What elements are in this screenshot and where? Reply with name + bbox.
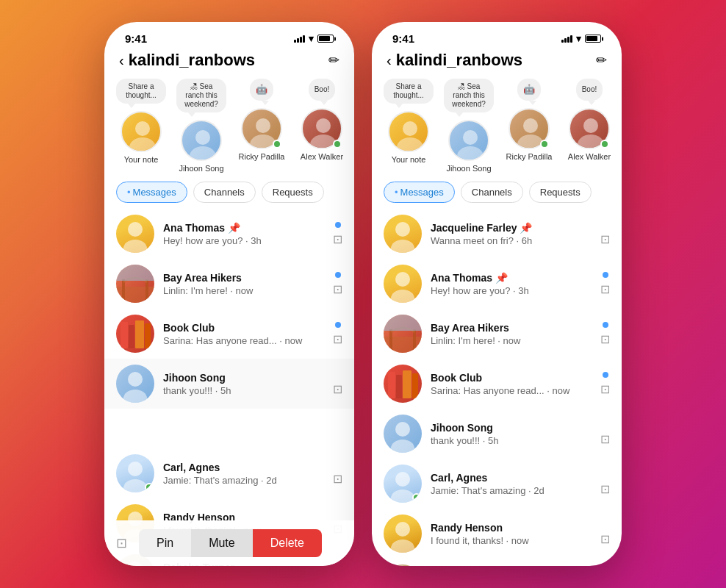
svg-rect-45 [412, 373, 418, 398]
unread-dot-bay-right [603, 322, 608, 328]
svg-rect-43 [396, 375, 402, 398]
msg-right-book-right: ⊡ [600, 372, 610, 396]
pin-button-left[interactable]: Pin [139, 529, 191, 557]
unread-dot-ana-right [603, 272, 608, 278]
msg-item-ana-right[interactable]: Ana Thomas 📌 Hey! how are you? · 3h ⊡ [372, 259, 622, 309]
context-camera-icon[interactable]: ⊡ [116, 535, 127, 551]
msg-name-carl-left: Carl, Agnes [163, 462, 324, 473]
svg-point-46 [395, 422, 410, 437]
tab-messages-left[interactable]: •Messages [116, 182, 187, 203]
msg-item-carl-right[interactable]: Carl, Agnes Jamie: That's amazing · 2d ⊡ [372, 459, 622, 509]
avatar-your-left [121, 111, 162, 152]
msg-item-randy-right[interactable]: Randy Henson I found it, thanks! · now ⊡ [372, 509, 622, 559]
camera-icon-jacqueline-right[interactable]: ⊡ [600, 232, 610, 246]
msg-item-ana-left[interactable]: Ana Thomas 📌 Hey! how are you? · 3h ⊡ [104, 209, 354, 259]
avatar-ana-right [384, 265, 422, 303]
msg-preview-bay-left: Linlin: I'm here! · now [163, 285, 324, 296]
svg-point-49 [391, 490, 414, 503]
msg-item-bay-right[interactable]: Bay Area Hikers Linlin: I'm here! · now … [372, 309, 622, 359]
msg-content-randy-right: Randy Henson I found it, thanks! · now [431, 522, 592, 546]
msg-content-jihoon-right: Jihoon Song thank you!!! · 5h [431, 422, 592, 446]
msg-item-book-right[interactable]: Book Club Sarina: Has anyone read... · n… [372, 359, 622, 409]
note-jihoon-left[interactable]: 🏖 Sea ranch this weekend? Jihoon Song [176, 79, 226, 173]
msg-content-book-left: Book Club Sarina: Has anyone read... · n… [163, 322, 324, 346]
svg-rect-39 [389, 329, 392, 353]
svg-rect-16 [135, 320, 144, 348]
msg-item-jacqueline-right[interactable]: Jacqueline Farley 📌 Wanna meet on fri? ·… [372, 209, 622, 259]
edit-button-left[interactable]: ✏ [328, 52, 339, 68]
msg-name-ana-right: Ana Thomas 📌 [431, 272, 592, 284]
back-button-right[interactable]: ‹ [387, 52, 392, 69]
header-left: ‹ kalindi_ranbows ✏ [104, 48, 354, 76]
camera-icon-jihoon-right[interactable]: ⊡ [600, 432, 610, 446]
camera-icon-book-right[interactable]: ⊡ [600, 382, 610, 396]
note-bubble-ricky-right: 🤖 [517, 79, 541, 101]
tab-messages-right[interactable]: •Messages [384, 182, 455, 203]
note-ricky-right[interactable]: 🤖 Ricky Padilla [504, 79, 554, 173]
delete-button-left[interactable]: Delete [253, 529, 322, 557]
back-button-left[interactable]: ‹ [119, 52, 124, 69]
note-alex-right[interactable]: Boo! Alex Walker [564, 79, 614, 173]
status-time-left: 9:41 [125, 32, 147, 45]
msg-preview-book-right: Sarina: Has anyone read... · now [431, 385, 592, 396]
msg-preview-ana-right: Hey! how are you? · 3h [431, 285, 592, 296]
unread-dot-bay-left [335, 272, 341, 278]
msg-content-ana-left: Ana Thomas 📌 Hey! how are you? · 3h [163, 222, 324, 246]
avatar-carl-left [116, 454, 154, 492]
camera-icon-bay-right[interactable]: ⊡ [600, 332, 610, 346]
msg-preview-book-left: Sarina: Has anyone read... · now [163, 335, 324, 346]
avatar-rebeka-right [384, 564, 422, 566]
msg-item-jihoon-left[interactable]: Jihoon Song thank you!!! · 5h ⊡ [104, 359, 354, 409]
tab-requests-left[interactable]: Requests [262, 182, 324, 203]
tabs-right: •Messages Channels Requests [372, 182, 622, 209]
message-list-left: Ana Thomas 📌 Hey! how are you? · 3h ⊡ Ba… [104, 209, 354, 566]
battery-icon [317, 35, 334, 43]
camera-icon-ana-right[interactable]: ⊡ [600, 282, 610, 296]
camera-icon-carl-left[interactable]: ⊡ [333, 472, 342, 486]
msg-name-jihoon-right: Jihoon Song [431, 422, 592, 434]
svg-point-1 [129, 137, 156, 152]
note-ricky-left[interactable]: 🤖 Ricky Padilla [237, 79, 287, 173]
status-icons-left: ▾ [294, 33, 334, 44]
svg-point-0 [135, 121, 150, 136]
wifi-icon: ▾ [309, 33, 314, 44]
online-dot-alex-left [333, 140, 342, 148]
edit-button-right[interactable]: ✏ [596, 52, 607, 68]
header-right: ‹ kalindi_ranbows ✏ [372, 48, 622, 76]
note-jihoon-right[interactable]: 🏖 Sea ranch this weekend? Jihoon Song [444, 79, 494, 173]
note-your-left[interactable]: Share a thought... Your note [116, 79, 166, 173]
tab-requests-right[interactable]: Requests [529, 182, 592, 203]
avatar-jacqueline-right [384, 215, 422, 253]
msg-name-book-right: Book Club [431, 372, 592, 384]
camera-icon-bay-left[interactable]: ⊡ [333, 282, 342, 296]
svg-rect-12 [145, 279, 148, 303]
svg-rect-14 [121, 322, 128, 348]
msg-item-carl-left[interactable]: Carl, Agnes Jamie: That's amazing · 2d ⊡ [104, 448, 354, 498]
note-alex-left[interactable]: Boo! Alex Walker [297, 79, 347, 173]
avatar-bay-left [116, 265, 154, 303]
msg-item-rebeka-right[interactable]: Rebeka Turner Happy Birthday!... ⊡ [372, 559, 622, 566]
note-your-right[interactable]: Share a thought... Your note [384, 79, 434, 173]
svg-rect-44 [403, 370, 411, 398]
avatar-carl-right [384, 465, 422, 503]
svg-rect-15 [129, 325, 134, 348]
camera-icon-carl-right[interactable]: ⊡ [600, 482, 610, 496]
msg-name-bay-right: Bay Area Hikers [431, 322, 592, 334]
msg-content-bay-right: Bay Area Hikers Linlin: I'm here! · now [431, 322, 592, 346]
avatar-randy-right [384, 514, 422, 553]
camera-icon-jihoon-left[interactable]: ⊡ [333, 382, 342, 396]
note-bubble-alex-right: Boo! [576, 79, 603, 101]
tab-channels-right[interactable]: Channels [461, 182, 523, 203]
avatar-your-right [388, 111, 429, 152]
camera-icon-book-left[interactable]: ⊡ [333, 332, 342, 346]
battery-icon-right [585, 35, 601, 43]
camera-icon-ana-left[interactable]: ⊡ [333, 232, 342, 246]
svg-rect-17 [145, 323, 151, 348]
msg-item-book-left[interactable]: Book Club Sarina: Has anyone read... · n… [104, 309, 354, 359]
camera-icon-randy-right[interactable]: ⊡ [600, 532, 610, 546]
msg-name-carl-right: Carl, Agnes [431, 472, 592, 484]
mute-button-left[interactable]: Mute [191, 529, 253, 557]
msg-item-bay-left[interactable]: Bay Area Hikers Linlin: I'm here! · now … [104, 259, 354, 309]
msg-item-jihoon-right[interactable]: Jihoon Song thank you!!! · 5h ⊡ [372, 409, 622, 459]
tab-channels-left[interactable]: Channels [193, 182, 256, 203]
